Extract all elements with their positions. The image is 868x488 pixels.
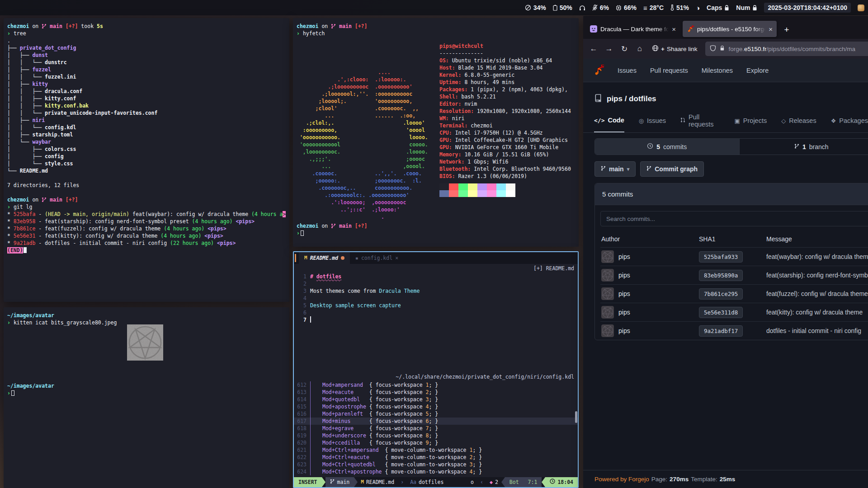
idle-inhibit-status[interactable]: ◑ [696, 4, 700, 12]
status-bar: 34% 50% 6% 66% ≡ 28°C 51% ◑ Caps Num 202… [0, 0, 868, 15]
code-line: 620Mod+ccedilla { focus-workspace 9; } [294, 439, 578, 446]
new-tab-button[interactable]: + [779, 23, 794, 37]
back-button[interactable]: ← [587, 42, 600, 56]
commits-panel-title: 5 commits [595, 183, 868, 205]
buffer-config-kdl[interactable]: 612Mod+ampersand { focus-workspace 1; }6… [294, 381, 578, 477]
file-icon: ▪ [355, 254, 359, 262]
commit-graph-button[interactable]: Commit graph [640, 161, 704, 177]
color-swatch [477, 190, 487, 197]
buffer-readme[interactable]: 1# dotfiles 2 3Most themes come from Dra… [294, 273, 578, 372]
commit-message[interactable]: feat(waybar): config w/ dracula theme [766, 253, 868, 260]
color-swatch [477, 183, 487, 190]
commit-sha-button[interactable]: 525bafa933 [699, 251, 743, 263]
commit-sha-button[interactable]: 83eb95890a [699, 270, 743, 281]
commit-message[interactable]: dotfiles - initial commit - niri config [766, 327, 868, 334]
commit-message[interactable]: feat(kitty): config w/ dracula theme [766, 309, 868, 316]
commits-table: Author SHA1 Message pips 525 [600, 231, 868, 340]
tab-projects[interactable]: ▣Projects [735, 113, 767, 132]
mic-status[interactable]: 6% [592, 4, 609, 11]
shell-prompt-empty: › [7, 389, 286, 397]
tab-pull-requests[interactable]: Pull requests [680, 113, 720, 132]
close-icon[interactable]: × [672, 25, 676, 33]
commit-author[interactable]: pips [618, 290, 630, 297]
close-icon[interactable]: × [769, 25, 773, 33]
battery-status[interactable]: 50% [553, 4, 572, 11]
nav-issues[interactable]: Issues [618, 67, 637, 74]
commit-author[interactable]: pips [618, 272, 630, 279]
terminal-hyfetch[interactable]: chezmoi on main [+?] › hyfetch .... .',:… [293, 18, 579, 247]
tab-dracula[interactable]: Dracula — Dark theme fo × [586, 21, 680, 37]
terminal-avatar[interactable]: ~/images/avatar › kitten icat bits_grays… [4, 307, 289, 488]
code-line: 613Mod+eacute { focus-workspace 2; } [294, 389, 578, 396]
info-line: GPU: NVIDIA GeForce GTX 1660 Ti Mobile [439, 144, 571, 151]
home-button[interactable]: ⌂ [633, 42, 646, 56]
search-commits-input[interactable] [600, 211, 868, 226]
git-log-line: * 5e56e31 - feat(kitty): config w/ dracu… [7, 232, 286, 239]
terminal-cursor [24, 247, 27, 253]
commit-row[interactable]: pips 7b861ce295 feat(fuzzel): config w/ … [600, 284, 868, 303]
commit-row[interactable]: pips 9a21adbf17 dotfiles - initial commi… [600, 321, 868, 340]
nav-milestones[interactable]: Milestones [702, 67, 733, 74]
url-bar[interactable]: forge.e5150.fr/pips/dotfiles/commits/bra… [705, 42, 868, 56]
git-log-line: * 7b861ce - feat(fuzzel): config w/ drac… [7, 225, 286, 232]
reload-button[interactable]: ↻ [618, 42, 631, 56]
winbar-top: [+] README.md [294, 264, 578, 273]
commits-count-tab[interactable]: 5 commits [595, 139, 739, 155]
info-line: GPU: Intel CoffeeLake-H GT2 [UHD Graphic… [439, 136, 571, 144]
nav-explore[interactable]: Explore [746, 67, 769, 74]
commit-author[interactable]: pips [618, 253, 630, 260]
tab-issues[interactable]: ◎Issues [639, 113, 666, 132]
branches-count-tab[interactable]: 1 branch [739, 139, 868, 155]
terminal-tree-git[interactable]: chezmoi on main [+?] took 5s › tree . ├─… [4, 18, 289, 302]
temperature-status[interactable]: ≡ 28°C [643, 4, 664, 12]
tab-code[interactable]: </>Code [594, 113, 624, 132]
firefox-window[interactable]: Dracula — Dark theme fo × pips/dotfiles … [583, 16, 868, 488]
clock-date[interactable]: 2025-03-20T18:04:42+0100 [764, 3, 851, 13]
commit-author[interactable]: pips [618, 327, 630, 334]
cpu-status[interactable]: 66% [616, 4, 637, 11]
tray-icon[interactable] [858, 5, 864, 11]
commit-message[interactable]: feat(starship): config nerd-font-symbol … [766, 272, 868, 279]
commit-sha-button[interactable]: 5e56e311d8 [699, 307, 743, 318]
forgejo-logo[interactable] [593, 65, 604, 76]
close-icon[interactable]: × [395, 254, 398, 262]
code-line: 614Mod+quotedbl { focus-workspace 3; } [294, 396, 578, 403]
powered-by-link[interactable]: Powered by Forgejo [594, 476, 649, 483]
commit-row[interactable]: pips 5e56e311d8 feat(kitty): config w/ d… [600, 303, 868, 321]
shaare-link-button[interactable]: + Shaare link [648, 42, 701, 56]
tab-forgejo[interactable]: pips/dotfiles - e5150 forge × [683, 21, 777, 37]
forward-button[interactable]: → [602, 42, 616, 56]
color-swatch [468, 183, 477, 190]
network-status[interactable]: 34% [525, 4, 546, 11]
history-icon [647, 143, 653, 150]
tree-entry: │ ├── config [7, 153, 286, 160]
commit-sha-button[interactable]: 9a21adbf17 [699, 325, 743, 337]
editor-window[interactable]: M README.md ▪ config.kdl × [+] README.md… [293, 251, 579, 488]
info-line: OS: Ubuntu trixie/sid (noble) x86_64 [439, 57, 571, 64]
disk-status[interactable]: 51% [670, 4, 689, 11]
commit-author[interactable]: pips [618, 309, 630, 316]
branch-icon [794, 143, 799, 150]
tab-readme[interactable]: M README.md [299, 252, 350, 264]
editor-scrollbar[interactable] [575, 411, 577, 423]
terminal-cursor [301, 230, 304, 236]
repo-title[interactable]: pips / dotfiles [607, 94, 656, 103]
branch-select-button[interactable]: main▾ [594, 161, 636, 177]
audio-status[interactable] [579, 5, 585, 11]
tab-config-kdl[interactable]: ▪ config.kdl × [350, 252, 404, 264]
commit-row[interactable]: pips 83eb95890a feat(starship): config n… [600, 266, 868, 284]
diagnostic-icon: ◆ [490, 479, 493, 486]
info-line: Network: 1 Gbps; Wifi6 [439, 158, 571, 165]
tab-packages[interactable]: ❖Packages [831, 113, 868, 132]
git-log: * 525bafa - (HEAD -> main, origin/main) … [7, 211, 286, 247]
commit-sha-button[interactable]: 7b861ce295 [699, 288, 743, 300]
branch-icon [601, 165, 606, 173]
branch-icon [646, 165, 651, 173]
nav-pull-requests[interactable]: Pull requests [650, 67, 688, 74]
commit-row[interactable]: pips 525bafa933 feat(waybar): config w/ … [600, 247, 868, 266]
tree-entry: │ │ └── fuzzel.ini [7, 73, 286, 80]
tab-releases[interactable]: ◇Releases [781, 113, 816, 132]
statusline-filename: MREADME.md [358, 479, 397, 486]
commit-message[interactable]: feat(fuzzel): config w/ dracula theme [766, 290, 868, 297]
terminal-cursor [11, 390, 14, 396]
